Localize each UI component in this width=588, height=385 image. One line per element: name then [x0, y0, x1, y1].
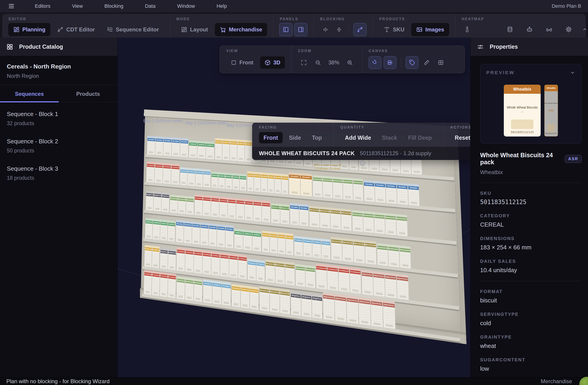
product-box[interactable]: Nordale	[147, 138, 155, 155]
product-box[interactable]: Nature's Peak	[280, 206, 289, 224]
product-box[interactable]: Freshco	[203, 281, 212, 303]
assistant-bot-button[interactable]	[524, 23, 535, 35]
product-box[interactable]: Sunberry	[152, 248, 160, 268]
fit-screen-button[interactable]	[298, 57, 310, 68]
product-box[interactable]: Brightree	[160, 250, 168, 269]
product-box[interactable]: Alpenmoor	[335, 296, 347, 322]
product-box[interactable]: Nordale	[217, 226, 225, 248]
product-box[interactable]: Sunberry	[237, 142, 245, 162]
product-box[interactable]: Oatfield	[218, 174, 225, 189]
product-box[interactable]: Oatfield	[225, 174, 232, 189]
product-box[interactable]: Oatfield	[152, 221, 160, 240]
product-box[interactable]: Meadowfield	[194, 280, 203, 302]
toggle-left-panel-button[interactable]	[279, 23, 293, 36]
front-view-button[interactable]: Front	[226, 56, 258, 69]
product-box[interactable]: Meadowfield	[396, 216, 408, 236]
product-box[interactable]: Oatfield	[252, 233, 261, 251]
product-box[interactable]: Nordale	[200, 224, 209, 246]
review-glasses-button[interactable]	[543, 23, 555, 35]
collapse-toolbar-button[interactable]	[582, 26, 588, 32]
product-box[interactable]: Meadowfield	[186, 198, 194, 215]
product-box[interactable]: Freshco	[203, 171, 211, 188]
product-box[interactable]: Oatfield	[189, 142, 197, 158]
product-box[interactable]: Freshco	[195, 171, 203, 187]
product-box[interactable]: Crestwood's	[219, 199, 227, 218]
product-box[interactable]: Crestwood's	[253, 202, 262, 222]
product-box[interactable]: Sunberry	[247, 173, 254, 191]
split-vertical-button[interactable]	[319, 24, 331, 36]
product-box[interactable]: Oatfield	[168, 222, 175, 242]
product-box[interactable]: Freshco	[312, 240, 321, 258]
product-box[interactable]: Freshco	[222, 284, 231, 306]
product-box[interactable]: Harvest Haven	[275, 263, 285, 284]
product-box[interactable]: Meadowfield	[374, 214, 385, 234]
product-box[interactable]: Sunberry	[262, 233, 270, 253]
product-box[interactable]: Harvest Haven	[320, 209, 330, 228]
settings-button[interactable]	[563, 23, 575, 35]
product-box[interactable]: Nordale	[155, 138, 163, 155]
product-box[interactable]: Crestwood's	[194, 196, 203, 216]
zoom-out-button[interactable]	[312, 57, 324, 68]
product-box[interactable]: Crestwood's	[236, 200, 244, 220]
product-box[interactable]: Alpenmoor	[397, 276, 409, 300]
product-box[interactable]: Oatfield	[243, 232, 252, 251]
product-box[interactable]: Alpenmoor	[385, 275, 397, 298]
product-box[interactable]: Sunberry	[230, 141, 237, 161]
product-box[interactable]: Meadowfield	[352, 212, 363, 232]
toggle-right-panel-button[interactable]	[294, 23, 307, 36]
tab-sequences[interactable]: Sequences	[0, 85, 59, 102]
product-box[interactable]: Harvest Haven	[342, 240, 353, 262]
product-box[interactable]: Crestwood's	[338, 268, 350, 292]
sku-view-button[interactable]: SKU	[379, 23, 409, 36]
product-box[interactable]: Meadowfield	[176, 278, 185, 299]
product-box[interactable]: Crestwood's	[327, 267, 338, 291]
product-box[interactable]: Harvest Haven	[309, 208, 320, 228]
product-box[interactable]: Harvest Haven	[270, 290, 280, 313]
product-box[interactable]: Oatfield	[206, 143, 214, 159]
product-box[interactable]: Alpenmoor	[323, 295, 335, 321]
product-box[interactable]: Wheatbix	[289, 174, 300, 195]
snap-magnet-button[interactable]	[369, 56, 381, 69]
action-reset-button[interactable]: Reset	[450, 132, 470, 143]
product-box[interactable]: Oatfield	[211, 173, 218, 188]
product-box[interactable]: Meadowfield	[313, 177, 323, 197]
product-box[interactable]: Freshco	[180, 169, 188, 186]
sequence-editor-button[interactable]: Sequence Editor	[102, 23, 164, 36]
blocking-flow-button[interactable]	[353, 23, 367, 36]
product-box[interactable]: Brightree	[291, 293, 301, 316]
quantity-add-wide-button[interactable]: Add Wide	[340, 132, 376, 143]
product-box[interactable]: Brightree	[168, 251, 176, 270]
product-box[interactable]: Freshco	[294, 238, 303, 257]
cdt-editor-button[interactable]: CDT Editor	[52, 23, 100, 36]
images-view-button[interactable]: Images	[411, 23, 449, 36]
product-box[interactable]: Meadowfield	[178, 197, 186, 214]
product-box[interactable]: Meadowfield	[377, 245, 388, 266]
product-box[interactable]: Crestwood's	[316, 266, 327, 289]
quantity-fill-deep-button[interactable]: Fill Deep	[403, 132, 436, 143]
database-button[interactable]	[504, 23, 516, 35]
product-box[interactable]: Crestwood's	[176, 249, 185, 272]
product-box[interactable]: Freshco	[188, 170, 195, 186]
product-box[interactable]: Wheatbix	[300, 175, 312, 196]
product-box[interactable]: Crestwood's	[211, 198, 219, 217]
product-box[interactable]: Brightree	[301, 295, 312, 318]
product-box[interactable]: Sunberry	[241, 287, 249, 309]
product-box[interactable]: Meadowfield	[399, 248, 411, 269]
product-box[interactable]: Harvest Haven	[266, 262, 275, 283]
product-box[interactable]: Oatfield	[145, 220, 153, 239]
product-box[interactable]: Sunberry	[286, 235, 294, 255]
product-box[interactable]: Meadowfield	[388, 246, 399, 267]
product-box[interactable]: Meadowfield	[295, 266, 305, 287]
product-box[interactable]: Crestwood's	[228, 199, 236, 219]
menu-item-view[interactable]: View	[72, 3, 83, 9]
product-box[interactable]: Crestwood's	[229, 256, 238, 278]
menu-item-help[interactable]: Help	[217, 3, 227, 9]
product-box[interactable]: Freshco	[303, 239, 312, 257]
product-box[interactable]: Meadowfield	[363, 213, 374, 233]
facing-top-button[interactable]: Top	[307, 132, 327, 143]
product-box[interactable]: Meadowfield	[170, 197, 178, 213]
product-box[interactable]: Sunberry	[261, 174, 267, 192]
product-box[interactable]: Freshco	[256, 262, 265, 282]
facing-side-button[interactable]: Side	[284, 132, 306, 143]
product-box[interactable]: Nordale	[299, 206, 309, 226]
